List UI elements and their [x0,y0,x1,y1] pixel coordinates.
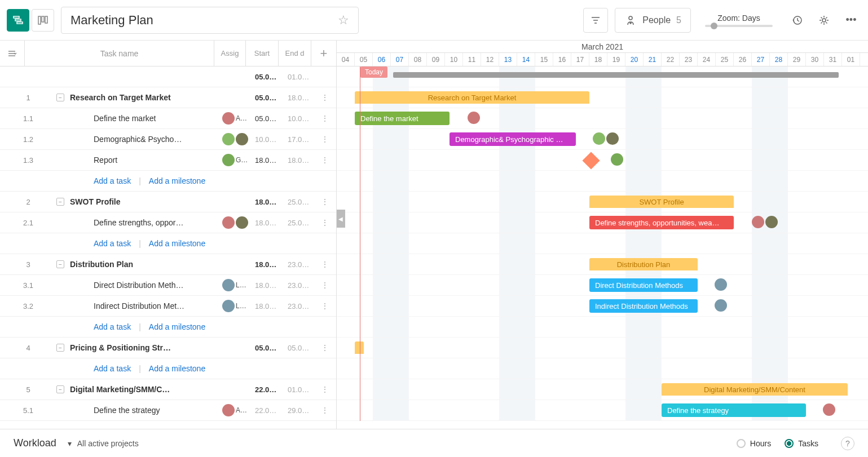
project-range-bar[interactable] [393,72,839,78]
board-view-button[interactable] [32,9,54,32]
start-date[interactable]: 18.0… [254,156,287,165]
filter-button[interactable] [583,8,608,33]
row-menu-icon[interactable]: ⋮ [319,301,331,310]
radio-hours[interactable]: Hours [737,439,771,448]
row-filter-icon[interactable] [0,41,25,66]
start-date[interactable]: 22.0… [254,385,287,394]
task-bar[interactable]: Indirect Distribution Methods [589,299,698,313]
assignee-cell[interactable]: L… [222,279,254,291]
end-date[interactable]: 18.0… [287,94,319,102]
add-column-button[interactable]: + [311,41,336,66]
end-date[interactable]: 18.0… [287,156,319,165]
start-date[interactable]: 05.0… [254,94,287,102]
day-cell[interactable]: 20 [625,53,644,66]
day-cell[interactable]: 23 [680,53,698,66]
day-cell[interactable]: 11 [463,53,481,66]
start-date[interactable]: 18.0… [254,281,287,290]
row-menu-icon[interactable]: ⋮ [319,343,331,352]
task-name[interactable]: Indirect Distribution Met… [70,301,222,310]
assignee-cell[interactable] [222,216,254,229]
task-row[interactable]: 1.3 Report G… 18.0… 18.0… ⋮ [0,150,336,171]
row-menu-icon[interactable]: ⋮ [319,406,331,415]
task-row[interactable]: 3.2 Indirect Distribution Met… L… 18.0… … [0,296,336,317]
start-date[interactable]: 05.0… [254,114,287,123]
start-date[interactable]: 18.0… [254,260,287,269]
help-icon[interactable]: ? [841,437,854,450]
day-cell[interactable]: 09 [427,53,445,66]
collapse-left-panel[interactable]: ◀ [337,210,345,228]
task-row[interactable]: 1.2 Demographic& Psycho… 10.0… 17.0… ⋮ [0,129,336,150]
star-icon[interactable]: ☆ [338,13,349,28]
group-bar[interactable]: Distribution Plan [589,258,698,270]
assignee-cell[interactable]: G… [222,154,254,166]
day-cell[interactable]: 26 [734,53,752,66]
day-cell[interactable]: 28 [770,53,788,66]
row-menu-icon[interactable]: ⋮ [319,281,331,290]
day-cell[interactable]: 22 [662,53,680,66]
assignee-cell[interactable]: L… [222,300,254,312]
end-date[interactable]: 23.0… [287,302,319,310]
row-menu-icon[interactable]: ⋮ [319,93,331,102]
task-row[interactable]: 1 − Research on Target Market 05.0… 18.0… [0,87,336,108]
row-menu-icon[interactable]: ⋮ [319,197,331,206]
end-date[interactable]: 01.0… [287,385,319,394]
task-row[interactable]: 2.1 Define strengths, oppor… 18.0… 25.0…… [0,212,336,233]
end-date[interactable]: 10.0… [287,114,319,123]
task-name[interactable]: Research on Target Market [70,93,222,102]
row-menu-icon[interactable]: ⋮ [319,114,331,123]
assignee-cell[interactable] [222,133,254,145]
history-icon[interactable] [787,10,807,30]
people-button[interactable]: People 5 [615,8,691,33]
start-date[interactable]: 18.0… [254,219,287,227]
day-cell[interactable]: 29 [788,53,806,66]
group-bar[interactable]: Research on Target Market [355,91,589,104]
collapse-icon[interactable]: − [56,260,64,268]
start-date[interactable]: 18.0… [254,302,287,310]
row-menu-icon[interactable]: ⋮ [319,218,331,227]
group-bar[interactable]: Digital Marketing/SMM/Content [662,383,848,396]
add-milestone-link[interactable]: Add a milestone [149,239,205,248]
end-date[interactable]: 17.0… [287,135,319,144]
task-row[interactable]: 4 − Pricing & Positioning Str… 05.0… 05.… [0,338,336,358]
project-title-input[interactable]: Marketing Plan ☆ [61,7,359,34]
task-name[interactable]: Pricing & Positioning Str… [70,343,222,352]
start-date[interactable]: 10.0… [254,135,287,144]
row-menu-icon[interactable]: ⋮ [319,260,331,269]
end-date[interactable]: 05.0… [287,344,319,352]
day-cell[interactable]: 16 [553,53,571,66]
day-cell[interactable]: 08 [409,53,427,66]
day-cell[interactable]: 30 [806,53,824,66]
task-row[interactable]: 3.1 Direct Distribution Meth… L… 18.0… 2… [0,275,336,296]
task-row[interactable]: 1.1 Define the market A… 05.0… 10.0… ⋮ [0,108,336,129]
assignee-cell[interactable]: A… [222,112,254,125]
day-cell[interactable]: 15 [535,53,553,66]
day-cell[interactable]: 13 [499,53,517,66]
task-name[interactable]: Define strengths, oppor… [70,218,222,227]
end-date[interactable]: 25.0… [287,219,319,227]
task-name[interactable]: Demographic& Psycho… [70,135,222,144]
group-bar[interactable] [355,341,364,354]
row-menu-icon[interactable]: ⋮ [319,385,331,394]
gantt-view-button[interactable] [7,9,29,32]
radio-tasks[interactable]: Tasks [785,439,818,448]
task-bar[interactable]: Define strengths, opportunities, wea… [589,216,734,229]
task-row[interactable]: 5.1 Define the strategy A… 22.0… 29.0… ⋮ [0,400,336,421]
task-bar[interactable]: Direct Distribution Methods [589,278,698,292]
task-bar[interactable]: Define the strategy [662,403,806,417]
assignee-cell[interactable]: A… [222,404,254,416]
add-task-link[interactable]: Add a task [94,239,131,248]
task-name[interactable]: Digital Marketing/SMM/C… [70,385,222,394]
day-cell[interactable]: 05 [355,53,373,66]
task-row[interactable]: 3 − Distribution Plan 18.0… 23.0… ⋮ [0,254,336,275]
task-name[interactable]: SWOT Profile [70,197,222,206]
start-date[interactable]: 22.0… [254,406,287,415]
end-date[interactable]: 29.0… [287,406,319,415]
row-menu-icon[interactable]: ⋮ [319,156,331,165]
day-cell[interactable]: 12 [481,53,499,66]
task-bar[interactable]: Define the market [355,112,450,125]
day-cell[interactable]: 10 [445,53,463,66]
add-milestone-link[interactable]: Add a milestone [149,322,205,331]
day-cell[interactable]: 07 [391,53,409,66]
day-cell[interactable]: 21 [644,53,662,66]
collapse-icon[interactable]: − [56,94,64,101]
